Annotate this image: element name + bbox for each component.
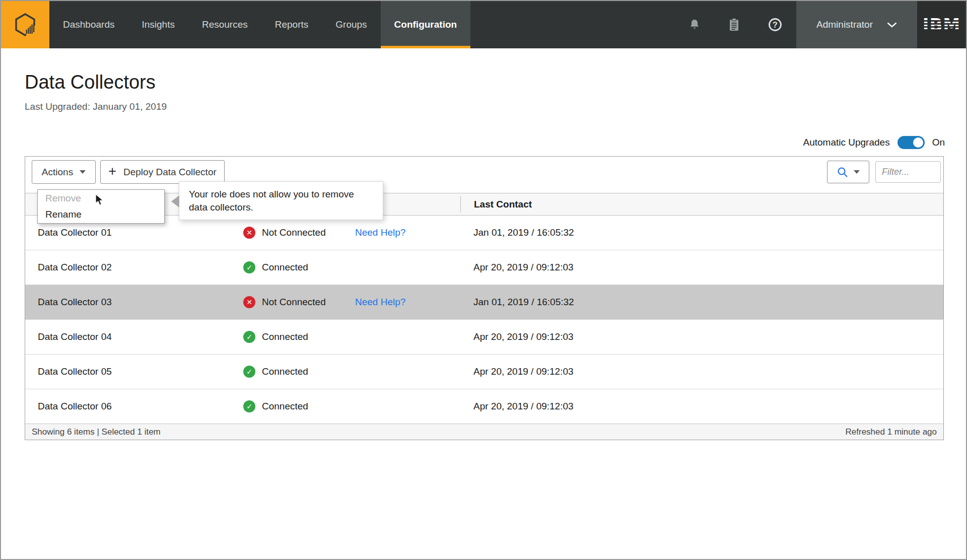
collector-name: Data Collector 03 xyxy=(38,297,112,307)
table-row[interactable]: Data Collector 06 ✓ Connected Apr 20, 20… xyxy=(25,389,943,424)
page-subtitle: Last Upgraded: January 01, 2019 xyxy=(25,101,942,112)
status-icon: ✕ xyxy=(243,227,255,239)
nav-spacer xyxy=(470,1,674,48)
status-icon: ✓ xyxy=(243,331,255,343)
actions-button[interactable]: Actions xyxy=(32,160,96,184)
auto-upgrades-state: On xyxy=(932,137,945,148)
search-button[interactable] xyxy=(827,161,869,183)
caret-down-icon xyxy=(854,170,860,174)
table-row[interactable]: Data Collector 03 ✕ Not Connected Need H… xyxy=(25,285,943,320)
nav-insights[interactable]: Insights xyxy=(128,1,188,48)
filter-input[interactable] xyxy=(875,161,941,183)
nav-dashboards[interactable]: Dashboards xyxy=(49,1,128,48)
plus-icon: + xyxy=(108,165,116,178)
status-icon: ✓ xyxy=(243,366,255,378)
table-row[interactable]: Data Collector 04 ✓ Connected Apr 20, 20… xyxy=(25,320,943,355)
status-icon: ✓ xyxy=(243,400,255,412)
table-body: Data Collector 01 ✕ Not Connected Need H… xyxy=(25,216,943,424)
last-contact: Apr 20, 2019 / 09:12:03 xyxy=(473,331,574,342)
last-contact: Apr 20, 2019 / 09:12:03 xyxy=(473,366,574,377)
collector-name: Data Collector 02 xyxy=(38,262,112,272)
status-icon: ✓ xyxy=(243,261,255,273)
main-nav: Dashboards Insights Resources Reports Gr… xyxy=(49,1,470,48)
table-row[interactable]: Data Collector 05 ✓ Connected Apr 20, 20… xyxy=(25,355,943,389)
column-header-last-contact[interactable]: Last Contact xyxy=(460,196,943,213)
page-header: Data Collectors Last Upgraded: January 0… xyxy=(1,48,966,112)
app-window: Dashboards Insights Resources Reports Gr… xyxy=(0,0,967,560)
last-contact: Apr 20, 2019 / 09:12:03 xyxy=(473,262,574,272)
top-nav: Dashboards Insights Resources Reports Gr… xyxy=(1,1,966,48)
ibm-logo: IBM xyxy=(917,1,966,48)
deploy-data-collector-button[interactable]: + Deploy Data Collector xyxy=(100,160,225,184)
status-label: Not Connected xyxy=(262,297,326,308)
remove-disabled-tooltip: Your role does not allow you to remove d… xyxy=(179,181,383,220)
page-title: Data Collectors xyxy=(25,72,942,93)
app-logo[interactable] xyxy=(1,1,49,48)
deploy-button-label: Deploy Data Collector xyxy=(123,167,217,178)
last-contact: Jan 01, 2019 / 16:05:32 xyxy=(473,297,574,307)
search-icon xyxy=(837,166,849,178)
nav-resources[interactable]: Resources xyxy=(188,1,261,48)
hexagon-bars-logo-icon xyxy=(12,11,39,38)
collector-name: Data Collector 05 xyxy=(38,366,112,377)
status-label: Connected xyxy=(262,366,308,377)
need-help-link[interactable]: Need Help? xyxy=(355,227,405,238)
notifications-bell-icon[interactable] xyxy=(688,18,701,31)
chevron-down-icon xyxy=(887,22,897,28)
user-menu[interactable]: Administrator xyxy=(796,1,917,48)
status-label: Connected xyxy=(262,331,308,342)
collector-name: Data Collector 04 xyxy=(38,331,112,342)
auto-upgrades-label: Automatic Upgrades xyxy=(803,137,889,148)
toggle-knob xyxy=(913,137,923,148)
table-footer: Showing 6 items | Selected 1 item Refres… xyxy=(25,424,943,440)
actions-button-label: Actions xyxy=(42,167,73,178)
table-toolbar: Actions + Deploy Data Collector xyxy=(25,157,943,193)
table-summary: Showing 6 items | Selected 1 item xyxy=(32,427,161,437)
collector-name: Data Collector 06 xyxy=(38,401,112,411)
auto-upgrades-toggle[interactable] xyxy=(897,136,925,149)
auto-upgrades-control: Automatic Upgrades On xyxy=(803,136,945,149)
table-row[interactable]: Data Collector 02 ✓ Connected Apr 20, 20… xyxy=(25,250,943,285)
need-help-link[interactable]: Need Help? xyxy=(355,297,405,307)
nav-groups[interactable]: Groups xyxy=(322,1,380,48)
user-menu-label: Administrator xyxy=(816,19,873,30)
status-label: Connected xyxy=(262,401,308,412)
last-contact: Jan 01, 2019 / 16:05:32 xyxy=(473,227,574,238)
nav-reports[interactable]: Reports xyxy=(261,1,322,48)
nav-icon-group: ? xyxy=(674,1,796,48)
actions-menu: Remove Rename xyxy=(37,189,165,224)
status-label: Not Connected xyxy=(262,227,326,238)
status-icon: ✕ xyxy=(243,296,255,308)
menu-item-remove[interactable]: Remove xyxy=(38,190,164,206)
collector-name: Data Collector 01 xyxy=(38,227,112,238)
svg-text:?: ? xyxy=(773,21,778,29)
menu-item-rename[interactable]: Rename xyxy=(38,206,164,223)
ibm-logo-text: IBM xyxy=(923,16,960,33)
tasks-clipboard-icon[interactable] xyxy=(728,18,740,32)
tooltip-text: Your role does not allow you to remove d… xyxy=(189,189,354,213)
refresh-status: Refreshed 1 minute ago xyxy=(846,427,937,437)
tooltip-arrow-icon xyxy=(171,195,179,207)
last-contact: Apr 20, 2019 / 09:12:03 xyxy=(473,401,574,411)
status-label: Connected xyxy=(262,262,308,273)
caret-down-icon xyxy=(80,170,86,174)
nav-configuration[interactable]: Configuration xyxy=(381,1,471,48)
help-icon[interactable]: ? xyxy=(768,17,783,32)
